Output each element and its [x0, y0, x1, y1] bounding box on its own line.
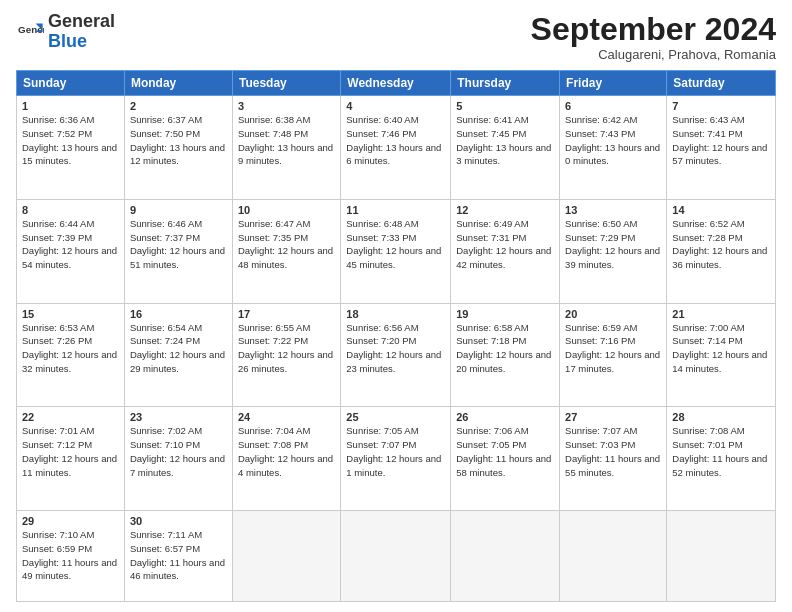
calendar-cell — [560, 511, 667, 602]
sunrise-text: Sunrise: 6:47 AM — [238, 217, 335, 231]
weekday-sunday: Sunday — [17, 71, 125, 96]
calendar-cell: 22Sunrise: 7:01 AMSunset: 7:12 PMDayligh… — [17, 407, 125, 511]
sunrise-text: Sunrise: 7:08 AM — [672, 424, 770, 438]
sunset-text: Sunset: 7:10 PM — [130, 438, 227, 452]
calendar-cell: 21Sunrise: 7:00 AMSunset: 7:14 PMDayligh… — [667, 303, 776, 407]
calendar-cell: 19Sunrise: 6:58 AMSunset: 7:18 PMDayligh… — [451, 303, 560, 407]
day-info: Sunrise: 7:02 AMSunset: 7:10 PMDaylight:… — [130, 424, 227, 479]
sunrise-text: Sunrise: 6:36 AM — [22, 113, 119, 127]
calendar-cell: 28Sunrise: 7:08 AMSunset: 7:01 PMDayligh… — [667, 407, 776, 511]
sunset-text: Sunset: 7:28 PM — [672, 231, 770, 245]
weekday-saturday: Saturday — [667, 71, 776, 96]
week-row-1: 1Sunrise: 6:36 AMSunset: 7:52 PMDaylight… — [17, 96, 776, 200]
sunset-text: Sunset: 7:03 PM — [565, 438, 661, 452]
day-number: 25 — [346, 411, 445, 423]
header: General General Blue September 2024 Calu… — [16, 12, 776, 62]
day-number: 28 — [672, 411, 770, 423]
sunrise-text: Sunrise: 6:50 AM — [565, 217, 661, 231]
sunrise-text: Sunrise: 7:05 AM — [346, 424, 445, 438]
calendar-cell: 5Sunrise: 6:41 AMSunset: 7:45 PMDaylight… — [451, 96, 560, 200]
location: Calugareni, Prahova, Romania — [531, 47, 776, 62]
calendar-cell: 30Sunrise: 7:11 AMSunset: 6:57 PMDayligh… — [124, 511, 232, 602]
calendar-cell — [232, 511, 340, 602]
day-info: Sunrise: 6:44 AMSunset: 7:39 PMDaylight:… — [22, 217, 119, 272]
day-info: Sunrise: 7:11 AMSunset: 6:57 PMDaylight:… — [130, 528, 227, 583]
calendar-cell: 23Sunrise: 7:02 AMSunset: 7:10 PMDayligh… — [124, 407, 232, 511]
calendar-cell: 2Sunrise: 6:37 AMSunset: 7:50 PMDaylight… — [124, 96, 232, 200]
daylight-text: Daylight: 12 hours and 42 minutes. — [456, 244, 554, 272]
sunset-text: Sunset: 7:26 PM — [22, 334, 119, 348]
calendar-cell: 15Sunrise: 6:53 AMSunset: 7:26 PMDayligh… — [17, 303, 125, 407]
day-number: 8 — [22, 204, 119, 216]
daylight-text: Daylight: 12 hours and 7 minutes. — [130, 452, 227, 480]
sunset-text: Sunset: 7:01 PM — [672, 438, 770, 452]
weekday-header-row: SundayMondayTuesdayWednesdayThursdayFrid… — [17, 71, 776, 96]
sunrise-text: Sunrise: 6:48 AM — [346, 217, 445, 231]
sunset-text: Sunset: 7:29 PM — [565, 231, 661, 245]
sunset-text: Sunset: 7:39 PM — [22, 231, 119, 245]
sunset-text: Sunset: 7:37 PM — [130, 231, 227, 245]
sunset-text: Sunset: 7:14 PM — [672, 334, 770, 348]
sunrise-text: Sunrise: 7:11 AM — [130, 528, 227, 542]
day-info: Sunrise: 7:08 AMSunset: 7:01 PMDaylight:… — [672, 424, 770, 479]
sunset-text: Sunset: 7:18 PM — [456, 334, 554, 348]
day-number: 30 — [130, 515, 227, 527]
day-number: 11 — [346, 204, 445, 216]
day-info: Sunrise: 6:56 AMSunset: 7:20 PMDaylight:… — [346, 321, 445, 376]
daylight-text: Daylight: 12 hours and 36 minutes. — [672, 244, 770, 272]
weekday-thursday: Thursday — [451, 71, 560, 96]
daylight-text: Daylight: 12 hours and 51 minutes. — [130, 244, 227, 272]
calendar-cell: 16Sunrise: 6:54 AMSunset: 7:24 PMDayligh… — [124, 303, 232, 407]
calendar-cell: 13Sunrise: 6:50 AMSunset: 7:29 PMDayligh… — [560, 199, 667, 303]
day-info: Sunrise: 6:43 AMSunset: 7:41 PMDaylight:… — [672, 113, 770, 168]
daylight-text: Daylight: 12 hours and 54 minutes. — [22, 244, 119, 272]
day-number: 23 — [130, 411, 227, 423]
sunset-text: Sunset: 7:41 PM — [672, 127, 770, 141]
day-number: 21 — [672, 308, 770, 320]
daylight-text: Daylight: 13 hours and 15 minutes. — [22, 141, 119, 169]
sunrise-text: Sunrise: 6:49 AM — [456, 217, 554, 231]
day-number: 5 — [456, 100, 554, 112]
sunrise-text: Sunrise: 7:04 AM — [238, 424, 335, 438]
day-number: 22 — [22, 411, 119, 423]
day-number: 19 — [456, 308, 554, 320]
calendar-cell: 27Sunrise: 7:07 AMSunset: 7:03 PMDayligh… — [560, 407, 667, 511]
day-info: Sunrise: 6:49 AMSunset: 7:31 PMDaylight:… — [456, 217, 554, 272]
daylight-text: Daylight: 12 hours and 57 minutes. — [672, 141, 770, 169]
sunset-text: Sunset: 6:59 PM — [22, 542, 119, 556]
day-info: Sunrise: 6:54 AMSunset: 7:24 PMDaylight:… — [130, 321, 227, 376]
day-info: Sunrise: 7:05 AMSunset: 7:07 PMDaylight:… — [346, 424, 445, 479]
day-info: Sunrise: 6:55 AMSunset: 7:22 PMDaylight:… — [238, 321, 335, 376]
day-info: Sunrise: 6:52 AMSunset: 7:28 PMDaylight:… — [672, 217, 770, 272]
calendar-cell: 11Sunrise: 6:48 AMSunset: 7:33 PMDayligh… — [341, 199, 451, 303]
daylight-text: Daylight: 13 hours and 0 minutes. — [565, 141, 661, 169]
daylight-text: Daylight: 12 hours and 32 minutes. — [22, 348, 119, 376]
sunrise-text: Sunrise: 7:10 AM — [22, 528, 119, 542]
daylight-text: Daylight: 12 hours and 17 minutes. — [565, 348, 661, 376]
sunset-text: Sunset: 7:52 PM — [22, 127, 119, 141]
sunset-text: Sunset: 7:50 PM — [130, 127, 227, 141]
day-info: Sunrise: 6:47 AMSunset: 7:35 PMDaylight:… — [238, 217, 335, 272]
calendar-cell: 14Sunrise: 6:52 AMSunset: 7:28 PMDayligh… — [667, 199, 776, 303]
sunrise-text: Sunrise: 6:41 AM — [456, 113, 554, 127]
sunset-text: Sunset: 7:43 PM — [565, 127, 661, 141]
day-number: 15 — [22, 308, 119, 320]
daylight-text: Daylight: 12 hours and 39 minutes. — [565, 244, 661, 272]
daylight-text: Daylight: 13 hours and 6 minutes. — [346, 141, 445, 169]
calendar-cell: 7Sunrise: 6:43 AMSunset: 7:41 PMDaylight… — [667, 96, 776, 200]
sunrise-text: Sunrise: 6:40 AM — [346, 113, 445, 127]
calendar-cell: 9Sunrise: 6:46 AMSunset: 7:37 PMDaylight… — [124, 199, 232, 303]
day-number: 10 — [238, 204, 335, 216]
sunrise-text: Sunrise: 6:46 AM — [130, 217, 227, 231]
day-number: 26 — [456, 411, 554, 423]
sunrise-text: Sunrise: 7:01 AM — [22, 424, 119, 438]
weekday-monday: Monday — [124, 71, 232, 96]
sunrise-text: Sunrise: 6:53 AM — [22, 321, 119, 335]
sunrise-text: Sunrise: 6:56 AM — [346, 321, 445, 335]
daylight-text: Daylight: 11 hours and 52 minutes. — [672, 452, 770, 480]
sunset-text: Sunset: 7:22 PM — [238, 334, 335, 348]
calendar-cell: 26Sunrise: 7:06 AMSunset: 7:05 PMDayligh… — [451, 407, 560, 511]
sunset-text: Sunset: 7:24 PM — [130, 334, 227, 348]
day-info: Sunrise: 7:06 AMSunset: 7:05 PMDaylight:… — [456, 424, 554, 479]
day-info: Sunrise: 6:46 AMSunset: 7:37 PMDaylight:… — [130, 217, 227, 272]
